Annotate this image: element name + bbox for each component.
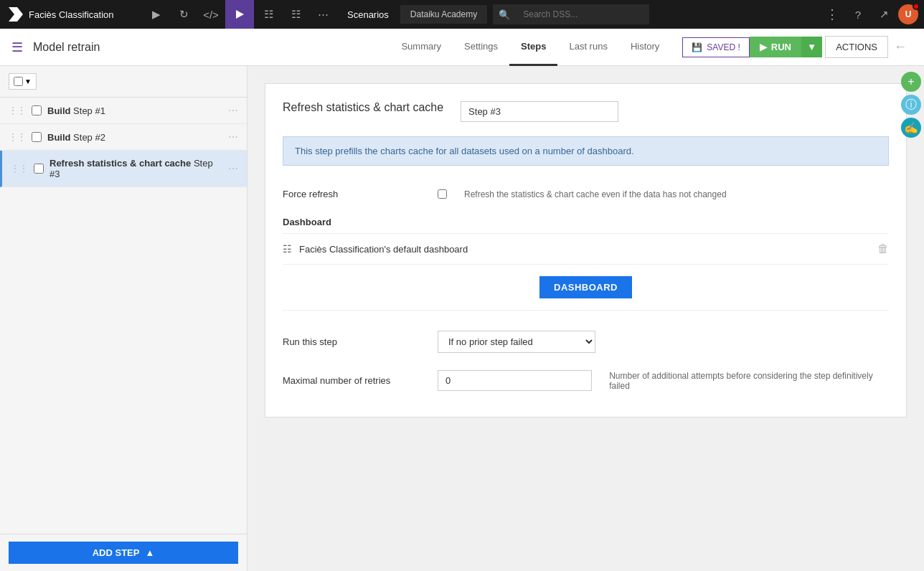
drag-handle-3: ⋮⋮ — [11, 164, 28, 174]
drag-handle-1: ⋮⋮ — [9, 105, 26, 115]
add-step-arrow-icon: ▲ — [145, 547, 154, 558]
section-dashboard: Dashboard — [283, 208, 889, 234]
divider — [283, 310, 889, 311]
saved-button[interactable]: 💾 SAVED ! — [682, 37, 749, 57]
run-label: RUN — [771, 42, 791, 52]
nav-icon-grid[interactable]: ☷ — [283, 0, 308, 29]
sidebar-steps: ⋮⋮ Build Step #1 ⋯ ⋮⋮ Build Step #2 ⋯ ⋮⋮… — [0, 98, 247, 534]
select-all-checkbox-dropdown[interactable]: ▼ — [9, 73, 37, 90]
search-icon: 🔍 — [499, 9, 510, 20]
back-button[interactable]: ← — [888, 39, 913, 55]
step-label-3: Refresh statistics & chart cache Step #3 — [50, 158, 222, 179]
top-nav-icons: ▶ ↻ </> ☷ ☷ ⋯ — [143, 0, 336, 29]
sidebar: ▼ ⋮⋮ Build Step #1 ⋯ ⋮⋮ Build Step #2 ⋯ … — [0, 66, 248, 571]
step-label-1: Build Step #1 — [47, 105, 222, 116]
right-chat-icon[interactable]: ✍ — [901, 118, 921, 138]
force-refresh-row: Force refresh Refresh the statistics & c… — [283, 180, 889, 208]
nav-icon-refresh[interactable]: ↻ — [171, 0, 197, 29]
right-info-icon[interactable]: ⓘ — [901, 95, 921, 115]
dashboard-row: ☷ Faciès Classification's default dashbo… — [283, 234, 889, 265]
step-name-input[interactable] — [461, 101, 618, 122]
notification-badge — [913, 3, 920, 10]
step-menu-3[interactable]: ⋯ — [228, 163, 238, 174]
tab-settings[interactable]: Settings — [453, 29, 509, 66]
tab-history[interactable]: History — [619, 29, 671, 66]
add-step-label: ADD STEP — [93, 547, 140, 558]
step-checkbox-1[interactable] — [32, 105, 42, 115]
sub-header: ☰ Model retrain Summary Settings Steps L… — [0, 29, 924, 66]
avatar: U — [898, 4, 918, 24]
saved-label: SAVED ! — [707, 42, 740, 52]
add-step-button[interactable]: ADD STEP ▲ — [9, 542, 238, 564]
search-wrap: 🔍 — [493, 4, 649, 24]
step-label-2: Build Step #2 — [47, 132, 222, 143]
run-step-label: Run this step — [283, 336, 426, 347]
chevron-down-icon[interactable]: ▼ — [24, 77, 32, 85]
project-name: Faciès Classification — [29, 9, 114, 20]
sidebar-toolbar: ▼ — [0, 66, 247, 98]
sidebar-footer: ADD STEP ▲ — [0, 534, 247, 571]
run-button[interactable]: ▶ RUN — [750, 37, 801, 57]
scenarios-label: Scenarios — [336, 9, 400, 20]
force-refresh-label: Force refresh — [283, 189, 426, 199]
max-retries-row: Maximal number of retries Number of addi… — [283, 362, 889, 400]
step-menu-1[interactable]: ⋯ — [228, 105, 238, 116]
save-icon: 💾 — [692, 42, 702, 52]
layout: ▼ ⋮⋮ Build Step #1 ⋯ ⋮⋮ Build Step #2 ⋯ … — [0, 66, 924, 571]
nav-icon-doc[interactable]: ☷ — [255, 0, 281, 29]
select-all-checkbox[interactable] — [14, 77, 23, 86]
top-navbar: Faciès Classification ▶ ↻ </> ☷ ☷ ⋯ Scen… — [0, 0, 924, 29]
actions-button[interactable]: ACTIONS — [825, 36, 888, 58]
analytics-icon[interactable]: ↗ — [872, 3, 895, 26]
step-item-3[interactable]: ⋮⋮ Refresh statistics & chart cache Step… — [0, 151, 247, 187]
run-dropdown-button[interactable]: ▼ — [801, 37, 822, 57]
menu-icon[interactable]: ☰ — [11, 39, 23, 55]
step-checkbox-3[interactable] — [34, 164, 44, 174]
nav-icon-code[interactable]: </> — [198, 0, 224, 29]
dashboard-button[interactable]: DASHBOARD — [539, 276, 632, 298]
tab-steps[interactable]: Steps — [509, 29, 557, 66]
dashboard-delete-icon[interactable]: 🗑 — [877, 242, 889, 255]
info-banner-text: This step prefills the charts cache for … — [295, 146, 634, 156]
sub-nav: Summary Settings Steps Last runs History — [390, 29, 671, 65]
nav-icon-arrow[interactable]: ▶ — [143, 0, 169, 29]
info-banner: This step prefills the charts cache for … — [283, 136, 889, 166]
right-side-icons: + ⓘ ✍ — [898, 66, 924, 143]
step-item-1[interactable]: ⋮⋮ Build Step #1 ⋯ — [0, 98, 247, 124]
step-header: Refresh statistics & chart cache — [283, 101, 889, 122]
top-right-icons: ⋮ ? ↗ U — [821, 3, 924, 26]
dataiku-academy-btn[interactable]: Dataiku Academy — [400, 5, 487, 24]
tab-last-runs[interactable]: Last runs — [557, 29, 618, 66]
drag-handle-2: ⋮⋮ — [9, 132, 26, 142]
brand-logo — [9, 7, 23, 22]
dashboard-icon: ☷ — [283, 243, 292, 255]
page-title: Model retrain — [33, 41, 100, 54]
brand: Faciès Classification — [0, 7, 143, 22]
step-panel: Refresh statistics & chart cache This st… — [265, 83, 907, 417]
apps-icon[interactable]: ⋮ — [821, 3, 844, 26]
force-refresh-checkbox[interactable] — [438, 189, 447, 199]
force-refresh-hint: Refresh the statistics & chart cache eve… — [464, 189, 727, 199]
main-content: Refresh statistics & chart cache This st… — [248, 66, 924, 571]
dashboard-name: Faciès Classification's default dashboar… — [299, 244, 870, 255]
run-play-icon: ▶ — [760, 42, 767, 52]
help-icon[interactable]: ? — [847, 3, 869, 26]
step-type-title: Refresh statistics & chart cache — [283, 101, 443, 114]
max-retries-input[interactable] — [438, 370, 592, 391]
step-checkbox-2[interactable] — [32, 132, 42, 142]
max-retries-hint: Number of additional attempts before con… — [609, 371, 889, 391]
step-item-2[interactable]: ⋮⋮ Build Step #2 ⋯ — [0, 124, 247, 151]
svg-marker-0 — [236, 10, 244, 19]
nav-run-btn[interactable] — [225, 0, 254, 29]
step-menu-2[interactable]: ⋯ — [228, 131, 238, 143]
right-add-icon[interactable]: + — [901, 72, 921, 92]
run-step-row: Run this step If no prior step failed Al… — [283, 322, 889, 362]
search-input[interactable] — [514, 6, 644, 23]
tab-summary[interactable]: Summary — [390, 29, 453, 66]
nav-icon-dots[interactable]: ⋯ — [310, 0, 336, 29]
max-retries-label: Maximal number of retries — [283, 375, 426, 386]
run-step-select[interactable]: If no prior step failed Always Never — [438, 331, 595, 353]
